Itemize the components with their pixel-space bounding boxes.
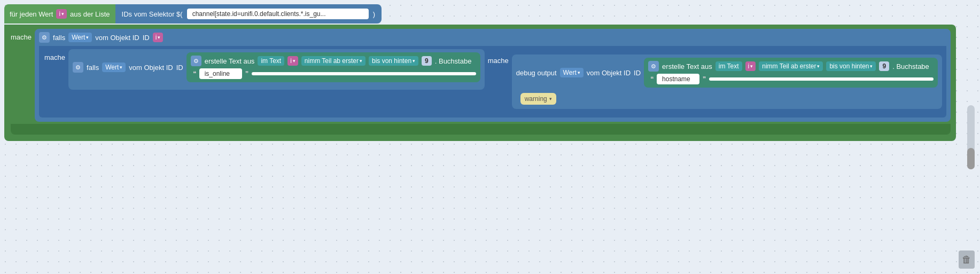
vom-objekt2: vom Objekt ID [129,64,173,72]
falls2-header: ⚙ falls Wert ▾ vom Objekt ID ID [73,52,480,82]
id-text2: ID [176,64,183,72]
gear-icon-3[interactable]: ⚙ [191,56,201,66]
erstelle1-label: erstelle Text aus [205,57,255,65]
nimm2-badge[interactable]: nimm Teil ab erster ▾ [759,61,823,71]
erstelle1-row1: ⚙ erstelle Text aus im Text i [191,56,472,66]
close-quote2: ❞ [703,75,706,83]
bis2-badge[interactable]: bis von hinten ▾ [826,61,876,71]
gear-icon-1[interactable]: ⚙ [39,32,50,43]
bis1-badge[interactable]: bis von hinten ▾ [369,56,418,66]
debug-header: debug output Wert ▾ vom Objekt ID ID [516,58,938,88]
warning-dropdown[interactable]: ▾ [549,96,552,101]
debug-label: debug output [516,69,557,77]
number1-badge[interactable]: 9 [422,56,432,66]
number2-badge[interactable]: 9 [879,61,889,71]
mache2-label: mache [44,49,65,61]
erstelle2-block: ⚙ erstelle Text aus im Text [644,58,938,88]
debug-block: debug output Wert ▾ vom Objekt ID ID [512,54,942,109]
wert3-badge[interactable]: Wert ▾ [560,68,584,77]
erstelle2-row2: ❝ hostname ❞ [650,74,934,84]
mache1-row: mache ⚙ falls Wert ▾ vom Objekt ID ID i [11,29,951,122]
falls2-label: falls [87,64,99,72]
trash-icon: 🗑 [962,254,971,265]
close-quote1: ❞ [245,70,248,77]
i-var-label: i [59,10,60,18]
i-var-dropdown[interactable]: ▾ [61,11,64,17]
id-text3: ID [634,69,641,77]
falls1-label: falls [53,34,65,42]
wert2-badge[interactable]: Wert ▾ [102,62,126,72]
fur-jeden-label: für jeden Wert [10,10,53,18]
erstelle1-row2: ❝ is_online ❞ [193,68,476,79]
scrollbar-thumb[interactable] [967,148,975,169]
close-paren: ) [373,10,375,18]
buchstabe2: . Buchstabe [892,62,929,71]
id-text1: ID [143,34,150,42]
scrollbar[interactable] [967,105,975,169]
warning-area: warning ▾ [520,91,938,105]
falls2-block: ⚙ falls Wert ▾ vom Objekt ID ID [68,49,485,90]
erstelle2-row1: ⚙ erstelle Text aus im Text [648,61,929,72]
mache1-label: mache [11,29,32,41]
aus-der-liste-label: aus der Liste [70,10,110,18]
warning-block[interactable]: warning ▾ [520,93,556,105]
i-badge-3[interactable]: i ▾ [745,61,756,71]
trash-button[interactable]: 🗑 [959,250,975,269]
mache3-row: mache debug output Wert ▾ vom Objekt [488,52,942,109]
bottom-green-bar [11,124,951,135]
falls1-header: ⚙ falls Wert ▾ vom Objekt ID ID i ▾ [39,32,946,43]
mache3-area: mache debug output Wert ▾ vom Objekt [488,52,942,111]
i-badge-1[interactable]: i ▾ [153,33,164,42]
channel-input[interactable]: channel[state.id=unifi.0.default.clients… [187,9,369,19]
erstelle1-block: ⚙ erstelle Text aus im Text i [186,52,480,82]
im-text1-badge: im Text [258,56,284,66]
ids-vom-label: IDs vom Selektor $( [122,10,183,18]
falls1-body: mache ⚙ falls Wert ▾ [39,46,946,118]
vom-objekt3: vom Objekt ID [587,69,631,77]
mache3-label: mache [488,52,509,65]
nimm1-badge[interactable]: nimm Teil ab erster ▾ [301,56,365,66]
falls1-block: ⚙ falls Wert ▾ vom Objekt ID ID i ▾ [35,29,951,122]
empty-input2[interactable] [709,77,934,81]
erstelle2-label: erstelle Text aus [662,62,712,71]
i-variable-badge[interactable]: i ▾ [56,9,67,19]
blockly-scene: für jeden Wert i ▾ aus der Liste IDs vom… [4,4,956,141]
is-online-value[interactable]: is_online [199,68,242,79]
gear-icon-2[interactable]: ⚙ [73,62,83,73]
im-text2-badge: im Text [715,61,742,71]
buchstabe1: . Buchstabe [435,57,472,65]
open-quote1: ❝ [193,70,196,77]
warning-label: warning [525,95,547,103]
open-quote2: ❝ [650,75,654,83]
for-each-row: für jeden Wert i ▾ aus der Liste IDs vom… [4,4,956,24]
vom-objekt1: vom Objekt ID [95,34,139,42]
empty-input1[interactable] [252,72,476,75]
i-badge-2[interactable]: i ▾ [287,56,298,66]
hostname-value[interactable]: hostname [657,74,699,84]
wert1-badge[interactable]: Wert ▾ [68,33,92,42]
main-body: mache ⚙ falls Wert ▾ vom Objekt ID ID i [4,25,956,141]
for-each-block[interactable]: für jeden Wert i ▾ aus der Liste [4,4,115,24]
ids-selector-block: IDs vom Selektor $( channel[state.id=uni… [115,4,382,24]
mache2-row: mache ⚙ falls Wert ▾ [44,49,942,111]
gear-icon-4[interactable]: ⚙ [648,61,659,72]
